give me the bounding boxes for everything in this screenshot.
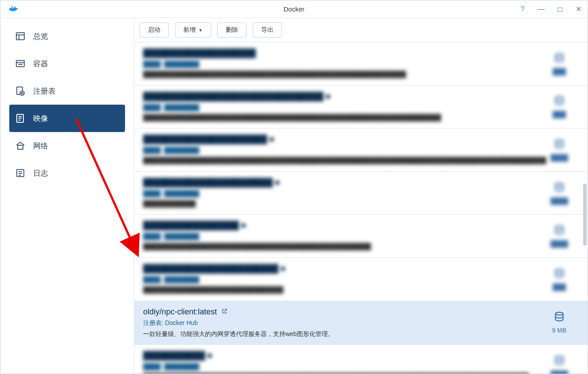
- image-row[interactable]: ███████████████████████ ■████: █████████…: [134, 172, 588, 215]
- svg-point-29: [555, 313, 563, 316]
- docker-whale-icon: [8, 3, 20, 15]
- image-row[interactable]: ████████████████████████: ██████████████…: [134, 42, 588, 86]
- add-button[interactable]: 新增▼: [175, 23, 211, 38]
- image-row[interactable]: ███████████ ■████: █████████████████████…: [134, 345, 588, 374]
- sidebar-item-log[interactable]: 日志: [0, 159, 134, 187]
- sidebar-item-label: 日志: [33, 168, 48, 178]
- sidebar-item-label: 注册表: [33, 86, 56, 96]
- image-name-text: ███████████ ■: [143, 351, 212, 360]
- image-name-text: ████████████████████: [143, 49, 256, 58]
- svg-rect-4: [16, 33, 24, 40]
- window-title: Docker: [284, 5, 305, 13]
- image-row[interactable]: █████████████████ ■████: ███████████████…: [134, 215, 588, 258]
- sidebar-item-network[interactable]: 网络: [0, 132, 134, 159]
- image-row[interactable]: ████████████████████████████████ ■████: …: [134, 86, 588, 129]
- svg-point-28: [555, 269, 563, 272]
- external-link-icon[interactable]: [221, 308, 228, 316]
- image-icon: [15, 113, 26, 124]
- image-name-text: ████████████████████████ ■: [143, 264, 285, 273]
- scrollbar[interactable]: [582, 42, 587, 374]
- export-button[interactable]: 导出: [253, 23, 282, 38]
- image-size-text: ███: [553, 283, 566, 291]
- svg-point-25: [555, 140, 563, 143]
- database-icon: [554, 268, 565, 281]
- svg-rect-7: [16, 60, 24, 67]
- image-list: ████████████████████████: ██████████████…: [134, 42, 588, 374]
- image-row[interactable]: ████████████████████████ ■████: ████████…: [134, 258, 588, 301]
- image-registry: ████: ████████: [143, 60, 534, 68]
- image-size-text: ███: [553, 68, 566, 75]
- svg-point-30: [555, 356, 563, 359]
- image-size-text: ████: [550, 240, 568, 247]
- image-size: ████: [542, 135, 577, 165]
- image-size: ████: [542, 178, 577, 208]
- image-registry: ████: ████████: [143, 104, 534, 111]
- maximize-icon[interactable]: ◻: [556, 5, 564, 13]
- database-icon: [554, 225, 565, 238]
- svg-point-23: [555, 53, 563, 57]
- scrollbar-thumb[interactable]: [583, 184, 587, 246]
- database-icon: [554, 182, 565, 195]
- image-name-text: ███████████████████████ ■: [143, 178, 280, 187]
- overview-icon: [15, 30, 26, 42]
- database-icon: [554, 311, 565, 324]
- image-size: ███: [542, 264, 577, 295]
- image-size-text: ████: [550, 197, 568, 204]
- image-registry: ████: ████████: [143, 233, 534, 240]
- image-registry: 注册表: Docker Hub: [143, 319, 534, 327]
- image-description: ████████████: [143, 200, 534, 208]
- image-info: ███████████████████████ ■████: █████████…: [143, 178, 534, 208]
- image-name-text: ████████████████████████████████ ■: [143, 92, 330, 101]
- sidebar-item-label: 容器: [33, 59, 48, 69]
- sidebar-item-image[interactable]: 映像: [9, 105, 125, 132]
- image-description: 一款轻量级、功能强大的内网穿透代理服务器，支持web图形化管理。: [143, 330, 534, 339]
- help-icon[interactable]: ?: [519, 5, 527, 13]
- image-size-text: ███: [553, 111, 566, 118]
- image-info: oldiy/npc-client:latest注册表: Docker Hub一款…: [143, 307, 534, 339]
- image-registry: ████: ████████: [143, 363, 534, 370]
- svg-point-24: [555, 97, 563, 100]
- sidebar-item-label: 总览: [33, 31, 48, 42]
- image-description: ████████████████████████████████████████…: [143, 156, 534, 165]
- image-info: ██████████████████████ ■████: ██████████…: [143, 135, 534, 165]
- image-name: ████████████████████: [143, 49, 534, 58]
- sidebar: 总览 容器 注册表 映像 网络 日志: [0, 18, 134, 374]
- image-description: ████████████████████████████████████████…: [143, 373, 534, 374]
- caret-down-icon: ▼: [198, 28, 203, 33]
- image-name-text: █████████████████ ■: [143, 221, 246, 230]
- docker-window: Docker ? — ◻ ✕ 总览 容器 注册表 映像: [0, 0, 588, 374]
- sidebar-item-label: 网络: [33, 141, 48, 151]
- database-icon: [554, 139, 565, 151]
- image-size: 9 MB: [542, 307, 577, 339]
- image-row[interactable]: ██████████████████████ ■████: ██████████…: [134, 128, 588, 172]
- log-icon: [15, 167, 26, 179]
- database-icon: [554, 355, 565, 368]
- image-size: ████: [542, 221, 577, 251]
- start-button[interactable]: 启动: [140, 23, 169, 38]
- image-info: ███████████ ■████: █████████████████████…: [143, 351, 534, 374]
- image-name: █████████████████ ■: [143, 221, 534, 230]
- sidebar-item-overview[interactable]: 总览: [0, 23, 134, 50]
- svg-rect-1: [11, 8, 13, 9]
- image-row[interactable]: oldiy/npc-client:latest注册表: Docker Hub一款…: [134, 301, 588, 345]
- image-registry: ████: ████████: [143, 147, 534, 154]
- image-name: oldiy/npc-client:latest: [143, 307, 534, 317]
- sidebar-item-registry[interactable]: 注册表: [0, 77, 134, 105]
- svg-rect-3: [11, 6, 13, 8]
- delete-button[interactable]: 删除: [217, 23, 247, 38]
- image-size: ███: [542, 49, 577, 79]
- image-size: ███: [542, 92, 577, 122]
- sidebar-item-label: 映像: [33, 113, 48, 124]
- window-controls: ? — ◻ ✕: [519, 5, 582, 13]
- image-info: ████████████████████████: ██████████████…: [143, 49, 534, 79]
- image-size: ████: [542, 351, 577, 374]
- title-bar: Docker ? — ◻ ✕: [0, 0, 588, 18]
- svg-rect-17: [18, 145, 23, 149]
- image-info: ████████████████████████ ■████: ████████…: [143, 264, 534, 295]
- close-icon[interactable]: ✕: [574, 5, 582, 13]
- svg-point-26: [555, 183, 563, 186]
- image-description: ████████████████████████████████████████…: [143, 70, 534, 79]
- sidebar-item-container[interactable]: 容器: [0, 50, 134, 77]
- minimize-icon[interactable]: —: [537, 5, 545, 13]
- image-description: ████████████████████████████████████████…: [143, 113, 534, 122]
